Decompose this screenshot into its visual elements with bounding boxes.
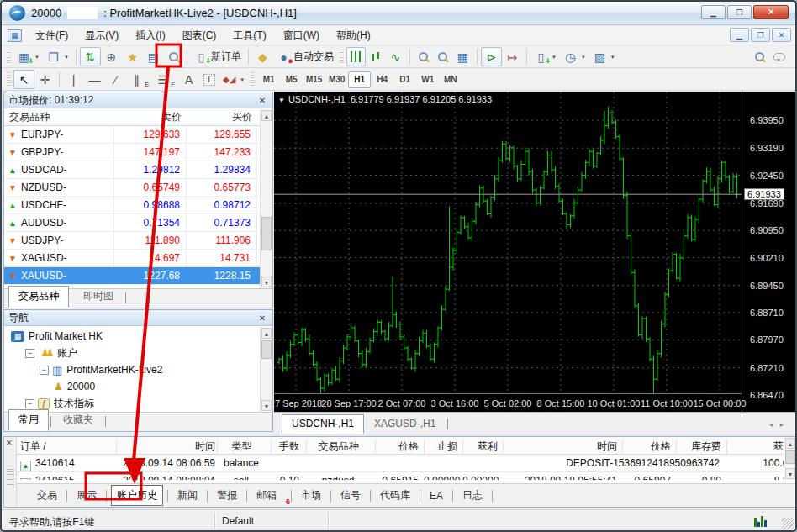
text-button[interactable]: A	[178, 70, 199, 89]
terminal-tab-新闻[interactable]: 新闻	[172, 486, 203, 505]
menu-item-3[interactable]: 图表(C)	[174, 27, 225, 44]
timeframe-m5[interactable]: M5	[280, 71, 303, 88]
terminal-col-header-7[interactable]: 获利	[462, 440, 501, 454]
nav-tree-item-1[interactable]: −♟♟账户	[8, 345, 272, 361]
timeframe-m30[interactable]: M30	[325, 71, 348, 88]
terminal-toggle-button[interactable]: ▤	[143, 47, 164, 66]
timeframe-h1[interactable]: H1	[348, 71, 371, 88]
menu-item-1[interactable]: 显示(V)	[77, 27, 127, 44]
auto-scroll-button[interactable]: ⊳	[481, 47, 502, 66]
terminal-tab-账户历史[interactable]: 账户历史	[111, 485, 163, 506]
chat-button[interactable]	[769, 47, 789, 66]
chart-plot[interactable]: ▼USDCNH-,H1 6.91779 6.91937 6.91205 6.91…	[274, 92, 742, 393]
terminal-tab-市场[interactable]: 市场	[296, 486, 326, 505]
nav-tree-item-2[interactable]: −▥ProfitMarketHK-Live2	[8, 361, 272, 378]
chart-shift-button[interactable]: ↦	[502, 47, 523, 66]
candlestick-chart-button[interactable]	[366, 47, 385, 66]
terminal-tab-展示[interactable]: 展示	[71, 486, 102, 505]
profiles-button[interactable]: ❐▼	[43, 47, 72, 66]
new-order-button[interactable]: ▯+新订单	[191, 47, 245, 66]
scroll-thumb[interactable]	[261, 217, 272, 250]
templates-button[interactable]: ▨▼	[589, 47, 619, 66]
terminal-tab-邮箱[interactable]: 邮箱6	[251, 486, 287, 505]
tree-expand-icon[interactable]: −	[40, 366, 49, 375]
terminal-tab-交易[interactable]: 交易	[32, 486, 62, 505]
scroll-up-icon[interactable]: ▲	[785, 438, 795, 449]
terminal-col-header-6[interactable]: 止损	[424, 440, 461, 454]
crosshair-button[interactable]: ✛	[34, 70, 55, 89]
timeframe-h4[interactable]: H4	[371, 71, 393, 88]
child-minimize-button[interactable]: ▁	[730, 28, 749, 42]
resize-grip[interactable]	[782, 518, 794, 529]
minimize-button[interactable]: ▁	[701, 5, 726, 19]
market-watch-row-usdchf[interactable]: ▲USDCHF-0.986880.98712	[4, 197, 272, 214]
market-watch-scrollbar[interactable]: ▲ ▼	[260, 109, 272, 288]
market-watch-row-usdcad[interactable]: ▲USDCAD-1.298121.29834	[4, 161, 272, 179]
price-axis[interactable]: 6.939506.931906.924506.916906.909506.902…	[742, 92, 797, 412]
toolbar-grip[interactable]	[251, 72, 255, 87]
equidistant-channel-button[interactable]: ∥E	[126, 70, 152, 89]
tree-expand-icon[interactable]: −	[25, 349, 34, 358]
timeframe-m15[interactable]: M15	[303, 71, 325, 88]
chart-menu-icon[interactable]: ▼	[278, 97, 285, 104]
time-axis[interactable]: 27 Sep 201828 Sep 17:002 Oct 07:003 Oct …	[274, 393, 742, 412]
terminal-row-0[interactable]: ▲34106142018.09.14 08:06:59balanceDEPOSI…	[17, 455, 784, 472]
bar-chart-button[interactable]	[346, 47, 366, 66]
market-watch-row-gbpjpy[interactable]: ▼GBPJPY-147.197147.233	[4, 144, 272, 161]
periods-button[interactable]: ◷▼	[560, 47, 589, 66]
terminal-col-header-10[interactable]: 库存费	[676, 440, 725, 454]
market-watch-tab-0[interactable]: 交易品种	[8, 286, 69, 308]
scroll-thumb[interactable]	[261, 340, 272, 359]
data-window-button[interactable]: ⊕	[101, 47, 122, 66]
market-watch-row-eurjpy[interactable]: ▼EURJPY-129.633129.655	[4, 126, 272, 144]
toolbar-grip[interactable]	[7, 50, 11, 65]
market-watch-close-icon[interactable]: ✕	[256, 96, 268, 105]
status-profile[interactable]: Default	[222, 515, 254, 527]
market-watch-row-usdjpy[interactable]: ▼USDJPY-111.890111.906	[4, 232, 272, 250]
navigator-toggle-button[interactable]: ★	[122, 47, 143, 66]
terminal-grip[interactable]	[7, 469, 14, 487]
terminal-scrollbar[interactable]: ▲ ▼	[784, 437, 796, 480]
terminal-row-1[interactable]: ▱34106152018.09.14 08:08:04sell0.10nzdus…	[17, 472, 784, 480]
scroll-down-icon[interactable]: ▼	[785, 468, 795, 479]
timeframe-w1[interactable]: W1	[416, 71, 439, 88]
autotrading-button[interactable]: ●●自动交易	[273, 47, 337, 66]
child-restore-button[interactable]: ❐	[751, 28, 770, 42]
terminal-close-icon[interactable]: ✕	[6, 439, 13, 447]
horizontal-line-button[interactable]: —	[84, 70, 105, 89]
market-watch-row-audusd[interactable]: ▲AUDUSD-0.713540.71373	[4, 214, 272, 232]
terminal-col-header-4[interactable]: 交易品种	[306, 440, 373, 454]
fibonacci-button[interactable]: ☰F	[152, 70, 178, 89]
terminal-col-header-5[interactable]: 价格	[375, 440, 422, 454]
terminal-tab-信号[interactable]: 信号	[335, 486, 366, 505]
nav-tree-item-3[interactable]: ♟20000	[8, 378, 272, 395]
terminal-col-header-0[interactable]: 订单 /	[20, 440, 114, 454]
menu-item-6[interactable]: 帮助(H)	[328, 27, 379, 44]
menu-item-4[interactable]: 工具(T)	[224, 27, 274, 44]
scroll-up-icon[interactable]: ▲	[261, 110, 272, 121]
market-watch-row-xauusd[interactable]: ▼XAUUSD-1227.681228.15	[4, 267, 272, 285]
menu-item-0[interactable]: 文件(F)	[27, 27, 77, 44]
terminal-tab-ea[interactable]: EA	[425, 487, 448, 504]
new-chart-button[interactable]: ▦+▼	[13, 47, 43, 66]
line-chart-button[interactable]: ∿	[385, 47, 406, 66]
zoom-out-button[interactable]	[433, 47, 452, 66]
restore-button[interactable]: ❐	[727, 5, 752, 19]
navigator-close-icon[interactable]: ✕	[256, 313, 268, 323]
mw-col-header-2[interactable]: 买价	[187, 110, 257, 124]
cursor-button[interactable]: ↖	[13, 70, 34, 89]
menu-item-2[interactable]: 插入(I)	[127, 27, 173, 44]
arrows-button[interactable]: ◆◢▼	[219, 70, 248, 89]
chart-tab-0[interactable]: USDCNH-,H1	[282, 414, 364, 434]
toolbar-grip[interactable]	[340, 50, 344, 65]
search-button[interactable]	[750, 47, 769, 66]
metaeditor-button[interactable]: ◆	[252, 47, 273, 66]
close-button[interactable]: ✕	[753, 5, 789, 19]
indicators-button[interactable]: ▯+▼	[530, 47, 560, 66]
mw-col-header-0[interactable]: 交易品种	[4, 110, 114, 124]
terminal-col-header-3[interactable]: 手数	[271, 440, 303, 454]
terminal-col-header-11[interactable]: 获利	[726, 440, 784, 454]
chart-tab-scroll-arrows[interactable]: ◂▸	[769, 420, 790, 429]
market-watch-toggle-button[interactable]: ⇅	[80, 47, 101, 66]
chart-tab-1[interactable]: XAGUSD-,H1	[364, 414, 446, 434]
